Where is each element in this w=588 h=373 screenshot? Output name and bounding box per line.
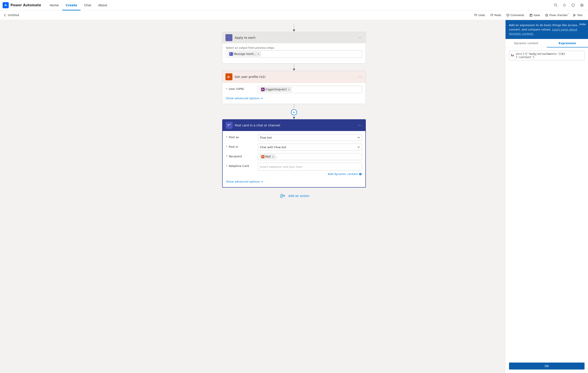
flow-container: ▼ Apply to each ··· Sel [222, 24, 366, 369]
apply-to-each-card: Apply to each ··· Select an output from … [222, 32, 366, 63]
post-in-select[interactable]: Chat with Flow bot [258, 144, 362, 151]
teams-tag-icon: T [229, 52, 233, 56]
undo-button[interactable]: Undo [472, 12, 487, 18]
logo-icon [3, 2, 9, 8]
toolbar: Untitled Undo Redo Comments Save Flow ch… [0, 10, 588, 20]
apply-to-each-header[interactable]: Apply to each ··· [222, 32, 366, 43]
side-panel: Add an expression to do basic things lik… [505, 20, 588, 373]
flow-title: Untitled [8, 13, 19, 17]
back-button[interactable]: Untitled [3, 13, 19, 17]
add-action-icon [279, 192, 287, 200]
add-dynamic-content-button[interactable]: Add dynamic content [328, 171, 362, 176]
post-in-label: * Post in [226, 144, 254, 148]
add-action-inner: Add an action [279, 192, 309, 200]
fx-tag-icon: fx [261, 88, 265, 91]
nav-home[interactable]: Home [46, 0, 62, 10]
connector-2: + ▼ [291, 104, 297, 119]
canvas: ▼ Apply to each ··· Sel [0, 20, 588, 373]
adaptive-card-field: * Adaptive Card Insert adaptive card jso… [226, 163, 362, 176]
svg-text:O: O [227, 75, 230, 79]
apply-select-label: Select an output from previous steps [226, 46, 362, 49]
adaptive-card-placeholder: Insert adaptive card json here [260, 165, 302, 168]
connector-line-1 [294, 63, 294, 68]
save-button[interactable]: Save [527, 12, 542, 18]
get-user-card: O Get user profile (V2) ··· * User (UPN) [222, 71, 366, 104]
adaptive-card-input[interactable]: Insert adaptive card json here [258, 163, 362, 171]
post-as-field: * Post as Flow bot [226, 134, 362, 141]
comments-button[interactable]: Comments [504, 12, 526, 18]
app-name: Power Automate [10, 3, 41, 7]
post-in-field: * Post in Chat with Flow bot [226, 144, 362, 151]
flow-checker-badge [568, 13, 569, 15]
add-action-button[interactable]: Add an action [279, 192, 309, 200]
mail-label: Mail [265, 155, 271, 158]
tab-expression[interactable]: Expression [547, 39, 588, 47]
side-panel-tabs: Dynamic content Expression [505, 39, 588, 48]
message-menti-remove[interactable]: ✕ [257, 53, 259, 55]
nav-chat[interactable]: Chat [81, 0, 95, 10]
search-icon[interactable] [552, 2, 559, 9]
arrow-down-icon: ▼ [293, 29, 295, 32]
mail-tag: O Mail ✕ [260, 155, 275, 159]
user-upn-field: * User (UPN) fx triggerOutputs() ✕ [226, 86, 362, 93]
apply-icon [225, 34, 232, 41]
post-as-label: * Post as [226, 134, 254, 139]
recipient-label: * Recipient [226, 153, 254, 158]
recipient-input[interactable]: O Mail ✕ ; [258, 153, 362, 160]
expression-value[interactable]: uts()?['body/attachments'][0]['content'] [516, 52, 583, 59]
connector-line-2 [294, 104, 294, 108]
expression-input-row[interactable]: fx uts()?['body/attachments'][0]['conten… [509, 51, 585, 60]
post-card: T Post card in a chat or channel ··· * P… [222, 119, 366, 187]
nav-create[interactable]: Create [62, 0, 81, 10]
mail-office-icon: O [261, 155, 264, 158]
message-menti-tag: T Message menti... ✕ [228, 52, 261, 56]
apply-select-input[interactable]: T Message menti... ✕ [226, 50, 362, 58]
post-card-body: * Post as Flow bot * Post in [223, 131, 365, 187]
fx-icon: fx [511, 54, 514, 57]
test-button[interactable]: Test [571, 12, 585, 18]
add-dynamic-row: Add dynamic content [258, 171, 362, 176]
arrow-1-icon: ▼ [293, 68, 295, 71]
get-user-show-advanced[interactable]: Show advanced options [226, 96, 362, 101]
trigger-outputs-label: triggerOutputs() [265, 88, 287, 91]
adaptive-card-value: Insert adaptive card json here Add dynam… [258, 163, 362, 176]
arrow-2-icon: ▼ [293, 116, 295, 119]
office-icon: O [225, 73, 232, 80]
post-in-value: Chat with Flow bot [258, 144, 362, 151]
add-step-button[interactable]: + [291, 109, 297, 115]
post-as-value: Flow bot [258, 134, 362, 141]
trigger-outputs-tag: fx triggerOutputs() ✕ [260, 87, 291, 92]
ok-button[interactable]: OK [509, 363, 585, 370]
hide-panel-button[interactable]: Hide [579, 22, 586, 27]
add-action-container: Add an action [274, 187, 314, 204]
connector-line [294, 24, 294, 29]
apply-select-value: Select an output from previous steps T M… [226, 46, 362, 58]
post-card-title: Post card in a chat or channel [235, 124, 355, 127]
add-action-label: Add an action [288, 194, 309, 197]
user-upn-input[interactable]: fx triggerOutputs() ✕ [258, 86, 362, 93]
post-card-more-button[interactable]: ··· [357, 123, 362, 128]
connector-1: ▼ [293, 63, 295, 71]
get-user-title: Get user profile (V2) [235, 75, 355, 79]
mail-remove[interactable]: ✕ [272, 155, 273, 158]
post-as-select[interactable]: Flow bot [258, 134, 362, 141]
apply-to-each-more-button[interactable]: ··· [357, 35, 363, 40]
tab-dynamic-content[interactable]: Dynamic content [505, 39, 547, 47]
shield-icon[interactable] [570, 2, 577, 9]
app-logo[interactable]: Power Automate [3, 2, 41, 8]
flow-checker-button[interactable]: Flow checker [543, 12, 570, 18]
nav-about[interactable]: About [95, 0, 111, 10]
post-card-header[interactable]: T Post card in a chat or channel ··· [223, 120, 365, 131]
apply-select-field: Select an output from previous steps T M… [226, 46, 362, 58]
get-user-more-button[interactable]: ··· [357, 74, 363, 79]
refresh-icon[interactable] [561, 2, 568, 9]
globe-icon[interactable] [578, 2, 585, 9]
get-user-header[interactable]: O Get user profile (V2) ··· [222, 71, 366, 83]
recipient-value: O Mail ✕ ; [258, 153, 362, 160]
redo-button[interactable]: Redo [488, 12, 503, 18]
teams-post-icon: T [226, 122, 233, 129]
trigger-outputs-remove[interactable]: ✕ [288, 88, 290, 91]
side-panel-banner: Add an expression to do basic things lik… [505, 20, 588, 39]
top-nav: Power Automate Home Create Chat About [0, 0, 588, 10]
post-card-show-advanced[interactable]: Show advanced options [226, 179, 362, 184]
